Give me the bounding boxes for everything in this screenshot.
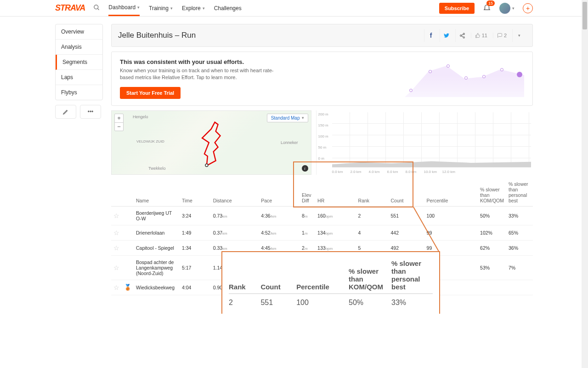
tab-flybys[interactable]: Flybys — [56, 85, 102, 100]
star-icon[interactable]: ☆ — [113, 284, 119, 291]
chevron-down-icon: ▾ — [203, 6, 205, 11]
col-time[interactable]: Time — [180, 178, 211, 207]
notification-count: 15 — [486, 0, 495, 6]
nav-challenges[interactable]: Challenges — [214, 1, 242, 16]
col-distance[interactable]: Distance — [211, 178, 259, 207]
add-activity-button[interactable]: + — [523, 3, 533, 13]
kudos-button[interactable]: 11 — [471, 33, 491, 38]
edit-button[interactable] — [55, 105, 76, 119]
x-tick: 2.0 km — [351, 170, 362, 174]
segment-name: Wiedicksbeekweg — [134, 280, 180, 295]
logo[interactable]: STRAVA — [55, 3, 85, 13]
segment-name: Boerderijweg UT O-W — [134, 206, 180, 225]
chevron-down-icon: ▾ — [512, 6, 514, 11]
y-tick: 100 m — [318, 134, 328, 138]
free-trial-button[interactable]: Start Your Free Trial — [120, 87, 181, 99]
svg-point-0 — [94, 5, 98, 9]
search-icon[interactable] — [93, 4, 100, 12]
activity-tabs: Overview Analysis Segments Laps Flybys — [55, 24, 103, 100]
table-row[interactable]: ☆Boerderijweg UT O-W3:240.73km4:36/km8m1… — [111, 206, 533, 225]
y-tick: 150 m — [318, 123, 328, 127]
svg-line-5 — [461, 34, 463, 35]
scrollbar[interactable] — [582, 0, 588, 314]
promo-headline: This was consistent with your usual effo… — [120, 58, 401, 65]
svg-point-2 — [463, 33, 464, 34]
medal-icon: 🥉 — [124, 284, 131, 291]
x-tick: 8.0 km — [406, 170, 417, 174]
annotation-callout: Rank Count Percentile % slower than KOM/… — [221, 251, 440, 314]
segment-name: Capitool - Spiegel — [134, 240, 180, 255]
tab-segments[interactable]: Segments — [56, 55, 102, 70]
col-name[interactable]: Name — [134, 178, 180, 207]
activity-title: Jelle Buitenhuis – Run — [118, 31, 196, 40]
promo-body: Know when your training is on track and … — [120, 67, 285, 81]
map-info-icon[interactable]: i — [302, 165, 308, 172]
star-icon[interactable]: ☆ — [113, 244, 119, 252]
share-icon[interactable] — [455, 29, 469, 42]
nav-dashboard[interactable]: Dashboard▾ — [108, 0, 140, 16]
star-icon[interactable]: ☆ — [113, 264, 119, 271]
main-nav: Dashboard▾ Training▾ Explore▾ Challenges — [108, 0, 241, 16]
col-count[interactable]: Count — [388, 178, 424, 207]
elevation-chart[interactable]: 200 m 150 m 100 m 50 m 0 m 0.0 km 2.0 km… — [316, 110, 533, 175]
relative-effort-chart — [405, 60, 524, 97]
segment-name: Bospad achter de Langenkampweg (Noord-Zu… — [134, 255, 180, 280]
col-percentile[interactable]: Percentile — [424, 178, 478, 207]
share-facebook-icon[interactable]: f — [424, 29, 438, 42]
col-kom[interactable]: % slower than KOM/QOM — [478, 178, 506, 207]
profile-menu[interactable]: ▾ — [499, 3, 514, 14]
table-row[interactable]: ☆Drienerlolaan1:490.37km4:52/km1m134bpm4… — [111, 225, 533, 240]
x-tick: 4.0 km — [369, 170, 380, 174]
route-path — [112, 111, 311, 174]
tab-analysis[interactable]: Analysis — [56, 40, 102, 55]
col-pace[interactable]: Pace — [259, 178, 300, 207]
x-tick: 6.0 km — [387, 170, 398, 174]
svg-line-1 — [98, 8, 99, 10]
nav-training[interactable]: Training▾ — [149, 1, 173, 16]
nav-explore[interactable]: Explore▾ — [182, 1, 205, 16]
activity-header: Jelle Buitenhuis – Run f 11 2 ▾ — [111, 24, 533, 47]
subscribe-button[interactable]: Subscribe — [439, 3, 475, 14]
y-tick: 50 m — [318, 145, 327, 150]
x-tick: 10.0 km — [424, 170, 437, 174]
scroll-thumb[interactable] — [582, 2, 587, 29]
share-twitter-icon[interactable] — [440, 29, 453, 42]
route-map[interactable]: + − Standard Map▾ Hengelo VELDWIJK ZUID … — [111, 110, 311, 175]
avatar — [499, 3, 510, 14]
star-icon[interactable]: ☆ — [113, 212, 119, 219]
col-hr[interactable]: HR — [315, 178, 356, 207]
svg-point-4 — [463, 36, 464, 38]
col-elev[interactable]: Elev Diff — [300, 178, 315, 207]
svg-point-7 — [205, 164, 208, 167]
tab-overview[interactable]: Overview — [56, 24, 102, 40]
svg-point-3 — [460, 34, 461, 36]
y-tick: 0 m — [318, 156, 324, 161]
x-tick: 0.0 km — [332, 170, 343, 174]
segment-name: Drienerlolaan — [134, 225, 180, 240]
x-tick: 12.0 km — [442, 170, 455, 174]
star-icon[interactable]: ☆ — [113, 229, 119, 236]
notifications-icon[interactable]: 15 — [483, 3, 491, 13]
y-tick: 200 m — [318, 112, 328, 116]
col-rank[interactable]: Rank — [356, 178, 389, 207]
activity-menu[interactable]: ▾ — [512, 29, 526, 42]
tab-laps[interactable]: Laps — [56, 70, 102, 85]
col-pb[interactable]: % slower than personal best — [506, 178, 533, 207]
chevron-down-icon: ▾ — [170, 6, 173, 11]
comments-button[interactable]: 2 — [493, 33, 510, 38]
chevron-down-icon: ▾ — [137, 5, 140, 10]
more-actions-button[interactable]: ••• — [80, 105, 101, 119]
svg-line-6 — [461, 36, 463, 37]
